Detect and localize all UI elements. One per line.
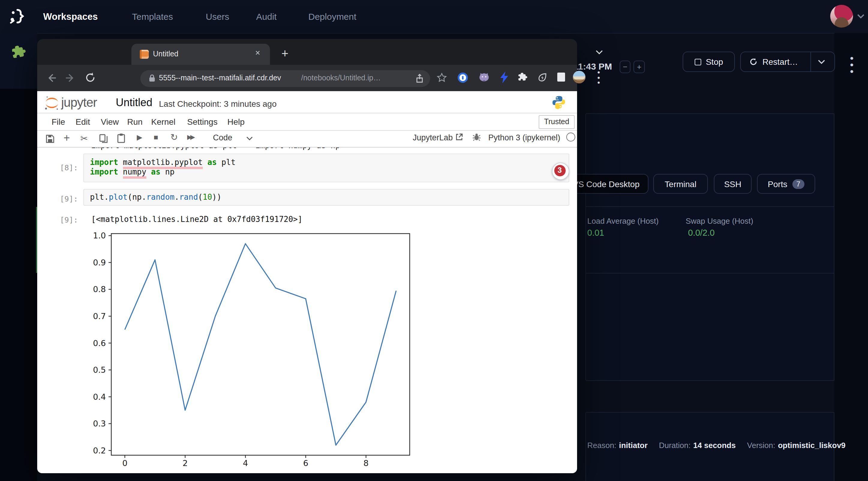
kebab-icon: ••• <box>850 53 854 77</box>
tab-title: Untitled <box>153 50 179 58</box>
cell8-line2: import numpy as np <box>90 167 563 176</box>
cell-type-chevron-icon[interactable] <box>246 136 253 141</box>
add-cell-icon[interactable]: + <box>64 132 70 145</box>
extensions-puzzle-icon[interactable] <box>517 72 528 83</box>
save-icon[interactable] <box>45 134 55 143</box>
github-extension-icon[interactable] <box>478 71 490 83</box>
notebook-title[interactable]: Untitled <box>116 97 152 109</box>
nav-item-audit[interactable]: Audit <box>256 0 277 33</box>
cell-type-dropdown[interactable]: Code <box>213 133 232 142</box>
cell9-editor[interactable]: plt.plot(np.random.rand(10)) <box>83 189 569 206</box>
browser-tab[interactable]: Untitled ✕ <box>131 43 270 65</box>
bookmark-star-icon[interactable] <box>437 72 447 83</box>
cut-cells-icon[interactable]: ✂ <box>81 133 88 144</box>
svg-text:0.3: 0.3 <box>93 419 106 428</box>
stop-workspace-button[interactable]: Stop <box>683 52 735 72</box>
svg-text:0: 0 <box>122 458 127 467</box>
terminal-label: Terminal <box>665 179 696 189</box>
jupyter-logo-icon <box>44 95 60 111</box>
browser-window: Untitled ✕ + 5555--main--test--matifali.… <box>37 39 577 473</box>
version-label: Version: <box>747 441 775 450</box>
collaborator-count-badge[interactable]: 3 <box>552 163 569 180</box>
back-icon[interactable] <box>45 72 56 83</box>
menu-view[interactable]: View <box>101 117 119 127</box>
menu-file[interactable]: File <box>52 117 65 127</box>
browser-profile-avatar[interactable] <box>573 71 586 83</box>
restart-chevron-down-icon[interactable] <box>817 59 826 65</box>
svg-text:0.9: 0.9 <box>93 258 106 267</box>
browser-toolbar: 5555--main--test--matifali.atif.cdr.dev … <box>37 65 577 91</box>
ports-button[interactable]: Ports 7 <box>757 174 815 194</box>
lock-icon <box>149 74 155 82</box>
menu-settings[interactable]: Settings <box>187 117 217 127</box>
stop-icon <box>694 59 701 65</box>
interrupt-kernel-icon[interactable]: ■ <box>154 133 158 141</box>
stop-label: Stop <box>706 57 723 67</box>
coder-logo-icon[interactable] <box>8 7 26 25</box>
browser-kebab-menu[interactable]: ••• <box>596 70 602 86</box>
workspace-time: 11:43 PM <box>574 61 612 71</box>
jupyterlab-link[interactable]: JupyterLab <box>413 133 453 142</box>
reason-value: initiator <box>619 441 648 450</box>
ports-label: Ports <box>768 179 787 189</box>
nav-item-workspaces[interactable]: Workspaces <box>43 0 98 33</box>
copy-cells-icon[interactable] <box>99 134 108 143</box>
svg-text:2: 2 <box>183 458 188 467</box>
ssh-button[interactable]: SSH <box>714 174 752 194</box>
duration-label: Duration: <box>659 441 691 450</box>
svg-text:0.2: 0.2 <box>93 446 106 455</box>
share-icon[interactable] <box>416 73 424 83</box>
trusted-button[interactable]: Trusted <box>539 115 575 129</box>
tab-search-chevron-icon[interactable] <box>595 49 603 55</box>
svg-text:8: 8 <box>364 458 369 467</box>
jupyter-page: jupyter Untitled Last Checkpoint: 3 minu… <box>37 91 577 473</box>
cell8-editor[interactable]: import matplotlib.pyplot as plt import n… <box>83 154 569 182</box>
menu-kernel[interactable]: Kernel <box>151 117 176 127</box>
restart-workspace-split-button[interactable]: Restart… <box>740 52 835 72</box>
top-nav <box>0 0 868 34</box>
energy-saver-leaf-icon[interactable] <box>537 72 548 83</box>
menu-edit[interactable]: Edit <box>75 117 90 127</box>
menu-run[interactable]: Run <box>127 117 143 127</box>
debugger-bug-icon[interactable] <box>472 133 481 141</box>
run-cell-icon[interactable]: ▶ <box>137 133 142 141</box>
jupyter-favicon <box>140 50 149 59</box>
nav-item-deployment[interactable]: Deployment <box>308 0 356 33</box>
terminal-button[interactable]: Terminal <box>653 174 708 194</box>
output9-prompt: [9]: <box>57 215 78 224</box>
svg-text:0.5: 0.5 <box>93 365 106 375</box>
reload-icon[interactable] <box>85 72 96 83</box>
menu-help[interactable]: Help <box>227 117 245 127</box>
paste-cells-icon[interactable] <box>117 133 125 143</box>
duration-value: 14 seconds <box>693 441 736 450</box>
url-path: /notebooks/Untitled.ip… <box>301 73 381 82</box>
restart-run-all-icon[interactable]: ▶▶ <box>187 133 193 140</box>
matplotlib-figure: 0.20.30.40.50.60.70.80.91.002468 <box>90 231 426 469</box>
header-divider <box>37 113 577 113</box>
zoom-in-button[interactable]: + <box>633 61 645 73</box>
new-tab-button[interactable]: + <box>277 45 293 61</box>
side-panel-icon[interactable] <box>557 72 566 82</box>
workspace-card-divider-1 <box>586 206 834 206</box>
zoom-out-button[interactable]: − <box>620 61 630 73</box>
nav-item-templates[interactable]: Templates <box>132 0 173 33</box>
vscode-desktop-label: VS Code Desktop <box>573 179 640 189</box>
nav-item-users[interactable]: Users <box>206 0 229 33</box>
bolt-extension-icon[interactable] <box>500 71 509 83</box>
svg-text:1.0: 1.0 <box>93 231 106 240</box>
jupyter-wordmark: jupyter <box>61 95 97 110</box>
address-bar[interactable]: 5555--main--test--matifali.atif.cdr.dev … <box>141 70 430 87</box>
screen: Workspaces Templates Users Audit Deploym… <box>0 0 868 481</box>
tab-close-icon[interactable]: ✕ <box>255 49 260 57</box>
user-avatar[interactable] <box>830 5 853 28</box>
workspace-kebab-menu[interactable]: ••• <box>847 55 856 74</box>
swap-usage-value: 0.0/2.0 <box>688 228 715 237</box>
onepassword-extension-icon[interactable] <box>457 72 468 83</box>
external-link-icon[interactable] <box>455 133 463 141</box>
output9-text: [<matplotlib.lines.Line2D at 0x7fd03f191… <box>91 215 302 224</box>
restart-split-divider <box>810 52 811 71</box>
avatar-chevron-down-icon[interactable] <box>857 13 865 19</box>
restart-kernel-icon[interactable]: ↻ <box>170 132 178 143</box>
kernel-name[interactable]: Python 3 (ipykernel) <box>488 133 560 142</box>
forward-icon[interactable] <box>65 72 76 83</box>
